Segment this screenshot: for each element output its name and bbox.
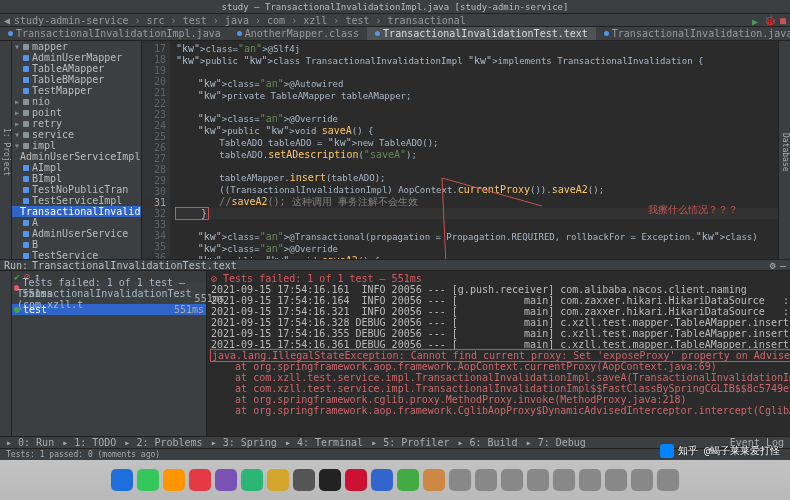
test-tree[interactable]: ✔ ⊘ ↕ Tests failed: 1 of 1 test – 551msT… — [12, 271, 207, 436]
breadcrumb-item[interactable]: src — [147, 15, 165, 26]
dock-app-icon[interactable] — [527, 469, 549, 491]
database-rail[interactable]: Database — [778, 41, 790, 259]
project-tree-item[interactable]: B — [12, 239, 141, 250]
tool-window-tab[interactable]: ▸ 3: Spring — [211, 437, 277, 448]
run-tool-header: Run: TransactionalInvalidationTest.text … — [0, 259, 790, 271]
breadcrumb-item[interactable]: java — [225, 15, 249, 26]
dock-app-icon[interactable] — [605, 469, 627, 491]
dock-app-icon[interactable] — [657, 469, 679, 491]
project-tree-item[interactable]: TransactionalInvalidationImpl — [12, 206, 141, 217]
dock-app-icon[interactable] — [111, 469, 133, 491]
dock-app-icon[interactable] — [423, 469, 445, 491]
folder-icon — [23, 143, 29, 149]
file-icon — [8, 31, 13, 36]
file-icon — [375, 31, 380, 36]
dock-app-icon[interactable] — [501, 469, 523, 491]
editor-tab[interactable]: TransactionalInvalidation.java — [596, 27, 790, 40]
dock-app-icon[interactable] — [189, 469, 211, 491]
project-tree-item[interactable]: ▸nio — [12, 96, 141, 107]
folder-icon — [23, 121, 29, 127]
window-title: study – TransactionalInvalidationImpl.ja… — [0, 0, 790, 14]
dock-app-icon[interactable] — [397, 469, 419, 491]
editor-tabs: TransactionalInvalidationImpl.javaAnothe… — [0, 27, 790, 41]
macos-dock[interactable] — [0, 460, 790, 500]
tool-window-tab[interactable]: ▸ 6: Build — [457, 437, 517, 448]
breadcrumb-item[interactable]: test — [345, 15, 369, 26]
project-tree-item[interactable]: TableAMapper — [12, 63, 141, 74]
pass-icon — [14, 307, 20, 313]
code-area[interactable]: "kw">class="an">@Slf4j "kw">public "kw">… — [170, 41, 778, 259]
dock-app-icon[interactable] — [293, 469, 315, 491]
folder-icon — [23, 110, 29, 116]
tool-window-tab[interactable]: ▸ 7: Debug — [526, 437, 586, 448]
project-tree-item[interactable]: AdminUserMapper — [12, 52, 141, 63]
project-tree-item[interactable]: A — [12, 217, 141, 228]
project-tree-item[interactable]: TableBMapper — [12, 74, 141, 85]
minimize-icon[interactable]: — — [780, 260, 786, 271]
nav-back-icon[interactable]: ◀ — [4, 15, 10, 26]
dock-app-icon[interactable] — [371, 469, 393, 491]
editor-tab[interactable]: TransactionalInvalidationTest.text — [367, 27, 596, 40]
breadcrumb-item[interactable]: xzll — [303, 15, 327, 26]
class-icon — [23, 88, 29, 94]
project-tree-item[interactable]: ▾impl — [12, 140, 141, 151]
stop-icon[interactable]: ■ — [780, 15, 786, 26]
project-tree[interactable]: ▾mapperAdminUserMapperTableAMapperTableB… — [12, 41, 142, 259]
debug-icon[interactable]: 🐞 — [764, 15, 776, 26]
project-tree-item[interactable]: AdminUserService — [12, 228, 141, 239]
tool-window-tab[interactable]: ▸ 0: Run — [6, 437, 54, 448]
dock-app-icon[interactable] — [553, 469, 575, 491]
settings-icon[interactable]: ⚙ — [770, 260, 776, 271]
filter-pass-icon[interactable]: ✔ — [14, 271, 20, 282]
project-tree-item[interactable]: ▸retry — [12, 118, 141, 129]
breadcrumb-item[interactable]: com — [267, 15, 285, 26]
file-icon — [604, 31, 609, 36]
dock-app-icon[interactable] — [163, 469, 185, 491]
tool-window-tab[interactable]: ▸ 2: Problems — [124, 437, 202, 448]
class-icon — [23, 165, 29, 171]
project-tree-item[interactable]: ▸point — [12, 107, 141, 118]
breadcrumb-item[interactable]: test — [183, 15, 207, 26]
dock-app-icon[interactable] — [241, 469, 263, 491]
project-tree-item[interactable]: BImpl — [12, 173, 141, 184]
console-output[interactable]: ⊘ Tests failed: 1 of 1 test – 551ms2021-… — [207, 271, 790, 436]
project-tree-item[interactable]: AImpl — [12, 162, 141, 173]
class-icon — [23, 55, 29, 61]
tool-window-tab[interactable]: ▸ 4: Terminal — [285, 437, 363, 448]
project-tree-item[interactable]: ▾mapper — [12, 41, 141, 52]
dock-app-icon[interactable] — [449, 469, 471, 491]
dock-app-icon[interactable] — [631, 469, 653, 491]
folder-icon — [23, 132, 29, 138]
project-tree-item[interactable]: AdminUserServiceImpl — [12, 151, 141, 162]
project-tree-item[interactable]: TestServiceImpl — [12, 195, 141, 206]
folder-icon — [23, 44, 29, 50]
project-tree-item[interactable]: TestNoPublicTran — [12, 184, 141, 195]
dock-app-icon[interactable] — [579, 469, 601, 491]
dock-app-icon[interactable] — [345, 469, 367, 491]
dock-app-icon[interactable] — [319, 469, 341, 491]
tool-window-tab[interactable]: ▸ 1: TODO — [62, 437, 116, 448]
class-icon — [23, 253, 29, 259]
editor-tab[interactable]: AnotherMapper.class — [229, 27, 367, 40]
breadcrumb-item[interactable]: transactional — [388, 15, 466, 26]
run-config-name[interactable]: TransactionalInvalidationTest.text — [32, 260, 237, 271]
project-tree-item[interactable]: ▾service — [12, 129, 141, 140]
project-tree-item[interactable]: TestService — [12, 250, 141, 259]
run-tool-rail[interactable] — [0, 271, 12, 436]
project-tool-rail[interactable]: 1: Project — [0, 41, 12, 259]
class-icon — [23, 231, 29, 237]
project-tree-item[interactable]: TestMapper — [12, 85, 141, 96]
zhihu-logo-icon — [660, 444, 674, 458]
class-icon — [23, 187, 29, 193]
breadcrumb-item[interactable]: study-admin-service — [14, 15, 128, 26]
dock-app-icon[interactable] — [267, 469, 289, 491]
tool-window-tab[interactable]: ▸ 5: Profiler — [371, 437, 449, 448]
dock-app-icon[interactable] — [475, 469, 497, 491]
test-tree-item[interactable]: TransactionalInvalidationTest (com.xzll.… — [12, 293, 206, 304]
class-icon — [23, 77, 29, 83]
dock-app-icon[interactable] — [137, 469, 159, 491]
dock-app-icon[interactable] — [215, 469, 237, 491]
editor-tab[interactable]: TransactionalInvalidationImpl.java — [0, 27, 229, 40]
code-editor[interactable]: 1718192021222324252627282930313233343536… — [142, 41, 778, 259]
run-icon[interactable]: ▶ — [752, 16, 760, 24]
